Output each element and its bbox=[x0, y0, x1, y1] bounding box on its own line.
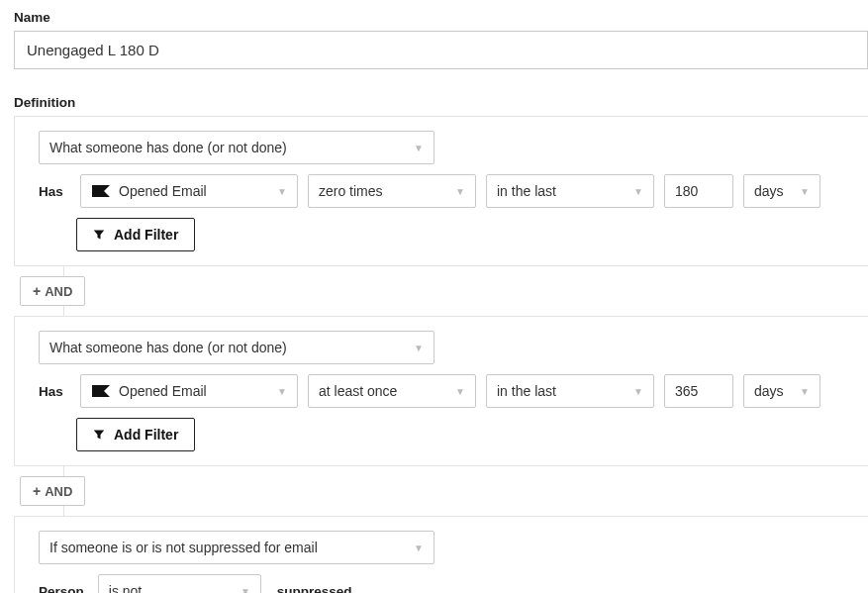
condition-type-value: What someone has done (or not done) bbox=[49, 140, 287, 155]
condition-block: If someone is or is not suppressed for e… bbox=[14, 516, 868, 593]
filter-icon bbox=[93, 229, 105, 241]
unit-value: days bbox=[754, 183, 784, 199]
unit-select[interactable]: days ▼ bbox=[743, 374, 820, 408]
chevron-down-icon: ▼ bbox=[414, 343, 424, 353]
operator-select[interactable]: is not ▼ bbox=[98, 574, 261, 593]
chevron-down-icon: ▼ bbox=[455, 386, 465, 397]
frequency-select[interactable]: at least once ▼ bbox=[308, 374, 476, 408]
chevron-down-icon: ▼ bbox=[633, 186, 643, 197]
klaviyo-flag-icon bbox=[91, 184, 111, 198]
timeframe-value: in the last bbox=[497, 383, 556, 399]
connector: + AND bbox=[20, 266, 868, 316]
chevron-down-icon: ▼ bbox=[414, 143, 424, 153]
event-value: Opened Email bbox=[119, 383, 257, 399]
condition-type-value: What someone has done (or not done) bbox=[49, 340, 287, 355]
chevron-down-icon: ▼ bbox=[633, 386, 643, 397]
number-input[interactable] bbox=[664, 174, 733, 208]
unit-value: days bbox=[754, 383, 784, 399]
timeframe-select[interactable]: in the last ▼ bbox=[486, 174, 654, 208]
has-label: Has bbox=[39, 384, 66, 399]
number-input[interactable] bbox=[664, 374, 733, 408]
event-select[interactable]: Opened Email ▼ bbox=[80, 174, 298, 208]
and-label: AND bbox=[45, 284, 72, 299]
plus-icon: + bbox=[33, 283, 41, 299]
condition-type-select[interactable]: If someone is or is not suppressed for e… bbox=[39, 531, 434, 564]
person-label: Person bbox=[39, 584, 84, 594]
add-filter-label: Add Filter bbox=[114, 227, 178, 243]
frequency-value: at least once bbox=[319, 383, 397, 399]
connector: + AND bbox=[20, 466, 868, 516]
chevron-down-icon: ▼ bbox=[241, 586, 250, 594]
unit-select[interactable]: days ▼ bbox=[743, 174, 820, 208]
add-filter-button[interactable]: Add Filter bbox=[76, 418, 195, 451]
and-label: AND bbox=[45, 484, 72, 499]
condition-type-select[interactable]: What someone has done (or not done) ▼ bbox=[39, 331, 434, 364]
add-filter-label: Add Filter bbox=[114, 427, 178, 443]
event-value: Opened Email bbox=[119, 183, 257, 199]
and-button[interactable]: + AND bbox=[20, 276, 85, 306]
add-filter-button[interactable]: Add Filter bbox=[76, 218, 195, 251]
and-button[interactable]: + AND bbox=[20, 476, 85, 506]
has-label: Has bbox=[39, 184, 66, 199]
definition-label: Definition bbox=[14, 95, 868, 110]
plus-icon: + bbox=[33, 483, 41, 499]
klaviyo-flag-icon bbox=[91, 384, 111, 398]
filter-icon bbox=[93, 429, 105, 441]
timeframe-select[interactable]: in the last ▼ bbox=[486, 374, 654, 408]
condition-block: What someone has done (or not done) ▼ Ha… bbox=[14, 116, 868, 266]
event-select[interactable]: Opened Email ▼ bbox=[80, 374, 298, 408]
frequency-select[interactable]: zero times ▼ bbox=[308, 174, 476, 208]
chevron-down-icon: ▼ bbox=[277, 186, 287, 197]
operator-value: is not bbox=[109, 583, 142, 593]
suppressed-label: suppressed bbox=[277, 584, 352, 594]
frequency-value: zero times bbox=[319, 183, 383, 199]
chevron-down-icon: ▼ bbox=[455, 186, 465, 197]
chevron-down-icon: ▼ bbox=[414, 543, 424, 553]
chevron-down-icon: ▼ bbox=[800, 186, 810, 197]
name-label: Name bbox=[14, 10, 868, 25]
name-input[interactable] bbox=[14, 31, 868, 69]
condition-type-select[interactable]: What someone has done (or not done) ▼ bbox=[39, 131, 434, 164]
chevron-down-icon: ▼ bbox=[800, 386, 810, 397]
condition-type-value: If someone is or is not suppressed for e… bbox=[49, 540, 318, 555]
timeframe-value: in the last bbox=[497, 183, 556, 199]
condition-block: What someone has done (or not done) ▼ Ha… bbox=[14, 316, 868, 466]
chevron-down-icon: ▼ bbox=[277, 386, 287, 397]
